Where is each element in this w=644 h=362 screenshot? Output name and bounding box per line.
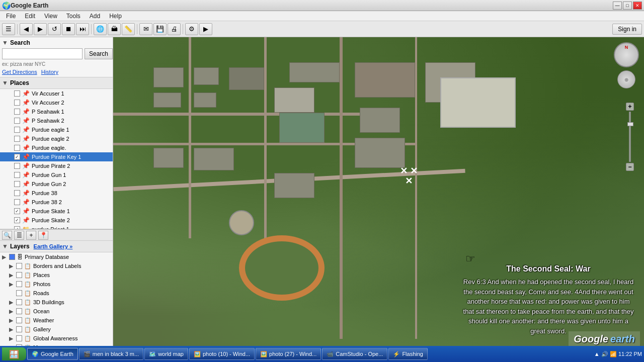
toolbar-settings[interactable]: ⚙: [185, 23, 198, 35]
expand-places[interactable]: ▶: [9, 272, 15, 279]
checkbox-purdue-eagle-2[interactable]: [14, 136, 20, 142]
taskbar-google-earth[interactable]: 🌍Google Earth: [27, 348, 78, 360]
layer-item-photos[interactable]: ▶📋Photos: [0, 280, 113, 289]
toolbar-sky[interactable]: 🏔: [108, 23, 121, 35]
place-item-vir-accuser-2[interactable]: 📌Vir Accuser 2: [0, 98, 113, 107]
layer-item-borders-labels[interactable]: ▶📋Borders and Labels: [0, 261, 113, 270]
start-button[interactable]: 🪟: [2, 347, 26, 360]
layer-checkbox-ocean[interactable]: [16, 308, 22, 314]
place-item-purdue-priest-1[interactable]: 📁purdue Priest 1: [0, 225, 113, 229]
checkbox-purdue-skate-1[interactable]: [14, 208, 20, 214]
toolbar-play[interactable]: ▶: [199, 23, 212, 35]
layer-item-weather[interactable]: ▶📋Weather: [0, 316, 113, 325]
layer-item-3d-buildings[interactable]: ▶📋3D Buildings: [0, 298, 113, 307]
taskbar-camstudio[interactable]: 📹CamStudio - Ope...: [322, 348, 387, 360]
layer-checkbox-borders-labels[interactable]: [16, 263, 22, 269]
add-folder-button[interactable]: +: [26, 231, 36, 240]
layer-checkbox-weather[interactable]: [16, 317, 22, 323]
toolbar-earth[interactable]: 🌐: [94, 23, 107, 35]
layer-item-roads[interactable]: 📋Roads: [0, 289, 113, 298]
layer-checkbox-roads[interactable]: [16, 290, 22, 296]
menu-help[interactable]: Help: [105, 12, 126, 21]
toolbar-print[interactable]: 🖨: [168, 23, 181, 35]
close-button[interactable]: ✕: [633, 2, 642, 10]
expand-gallery[interactable]: ▶: [9, 326, 15, 333]
place-item-purdue-skate-2[interactable]: 📌Purdue Skate 2: [0, 216, 113, 225]
expand-primary-database[interactable]: ▶: [2, 254, 8, 260]
place-item-purdue-38-2[interactable]: 📌Purdue 38 2: [0, 198, 113, 207]
place-item-purdue-skate-1[interactable]: 📌Purdue Skate 1: [0, 207, 113, 216]
satellite-image[interactable]: ✕ ✕ ✕ ☞ The Second Seal: War Rev 6:3 And…: [113, 37, 644, 351]
menu-tools[interactable]: Tools: [62, 12, 85, 21]
layer-checkbox-places[interactable]: [16, 272, 22, 278]
taskbar-photo-27[interactable]: 🖼️photo (27) - Wind...: [256, 348, 321, 360]
taskbar-world-map[interactable]: 🗺️world map: [144, 348, 188, 360]
search-places-button[interactable]: 🔍: [2, 231, 12, 240]
add-path-button[interactable]: 📍: [38, 231, 48, 240]
history-link[interactable]: History: [41, 69, 58, 75]
checkbox-purdue-eagle-dot[interactable]: [14, 145, 20, 151]
layer-item-places[interactable]: ▶📋Places: [0, 270, 113, 280]
checkbox-purdue-gun-2[interactable]: [14, 181, 20, 187]
place-item-p-seahawk-1[interactable]: 📌P Seahawk 1: [0, 107, 113, 116]
expand-3d-buildings[interactable]: ▶: [9, 299, 15, 306]
zoom-slider[interactable]: + −: [626, 103, 634, 171]
menu-file[interactable]: File: [2, 12, 20, 21]
toolbar-measure[interactable]: 📏: [122, 23, 135, 35]
menu-edit[interactable]: Edit: [21, 12, 39, 21]
toolbar-stop[interactable]: ⏹: [62, 23, 75, 35]
toolbar-email[interactable]: ✉: [139, 23, 152, 35]
checkbox-p-seahawk-1[interactable]: [14, 109, 20, 115]
toolbar-forward[interactable]: ▶: [34, 23, 47, 35]
minimize-button[interactable]: —: [613, 2, 622, 10]
toolbar-next[interactable]: ⏭: [76, 23, 89, 35]
expand-borders-labels[interactable]: ▶: [9, 263, 15, 269]
menu-view[interactable]: View: [40, 12, 61, 21]
map-area[interactable]: ✕ ✕ ✕ ☞ The Second Seal: War Rev 6:3 And…: [113, 37, 644, 351]
tray-icons[interactable]: ▲ 🔊 📶 11:22 PM: [594, 351, 642, 357]
place-item-purdue-38[interactable]: 📌Purdue 38: [0, 189, 113, 198]
toolbar-refresh[interactable]: ↺: [48, 23, 61, 35]
menu-add[interactable]: Add: [86, 12, 104, 21]
place-item-purdue-eagle-1[interactable]: 📌Purdue eagle 1: [0, 125, 113, 134]
layer-checkbox-photos[interactable]: [16, 281, 22, 287]
expand-photos[interactable]: ▶: [9, 281, 15, 288]
place-item-purdue-gun-1[interactable]: 📌Purdue Gun 1: [0, 170, 113, 179]
checkbox-purdue-pirate-2[interactable]: [14, 163, 20, 169]
search-collapse-arrow[interactable]: ▼: [2, 39, 8, 46]
taskbar-photo-10[interactable]: 🖼️photo (10) - Wind...: [189, 348, 255, 360]
search-button[interactable]: Search: [85, 48, 113, 59]
layer-checkbox-global-awareness[interactable]: [16, 335, 22, 341]
zoom-in-button[interactable]: +: [626, 103, 634, 111]
place-item-purdue-eagle-2[interactable]: 📌Purdue eagle 2: [0, 134, 113, 143]
compass[interactable]: N: [614, 42, 639, 67]
checkbox-vir-accuser-1[interactable]: [14, 90, 20, 97]
expand-weather[interactable]: ▶: [9, 317, 15, 324]
checkbox-vir-accuser-2[interactable]: [14, 100, 20, 106]
layers-collapse-arrow[interactable]: ▼: [2, 243, 8, 250]
navigation-controls[interactable]: N ⊕: [614, 42, 639, 88]
place-item-p-seahawk-2[interactable]: 📌P Seahawk 2: [0, 116, 113, 125]
places-collapse-arrow[interactable]: ▼: [2, 79, 8, 86]
toolbar-show-sidebar[interactable]: ☰: [2, 23, 15, 35]
zoom-track[interactable]: [629, 112, 631, 162]
place-item-purdue-pirate-2[interactable]: 📌Purdue Pirate 2: [0, 161, 113, 170]
maximize-button[interactable]: □: [623, 2, 632, 10]
checkbox-purdue-38[interactable]: [14, 190, 20, 196]
checkbox-purdue-eagle-1[interactable]: [14, 127, 20, 133]
place-item-vir-accuser-1[interactable]: 📌Vir Accuser 1: [0, 89, 113, 98]
checkbox-purdue-skate-2[interactable]: [14, 217, 20, 223]
expand-global-awareness[interactable]: ▶: [9, 335, 15, 342]
layer-item-primary-database[interactable]: ▶🗄Primary Database: [0, 252, 113, 261]
place-item-purdue-gun-2[interactable]: 📌Purdue Gun 2: [0, 179, 113, 189]
layer-item-ocean[interactable]: ▶📋Ocean: [0, 307, 113, 316]
list-view-button[interactable]: ☰: [14, 231, 24, 240]
get-directions-link[interactable]: Get Directions: [2, 69, 37, 75]
layer-item-gallery[interactable]: ▶📋Gallery: [0, 325, 113, 334]
toolbar-save-image[interactable]: 💾: [153, 23, 167, 35]
search-input[interactable]: [2, 48, 83, 59]
checkbox-purdue-gun-1[interactable]: [14, 172, 20, 178]
taskbar-flashing[interactable]: ⚡Flashing: [388, 348, 428, 360]
layer-checkbox-primary-database[interactable]: [9, 254, 15, 260]
tilt-control[interactable]: ⊕: [617, 70, 635, 88]
